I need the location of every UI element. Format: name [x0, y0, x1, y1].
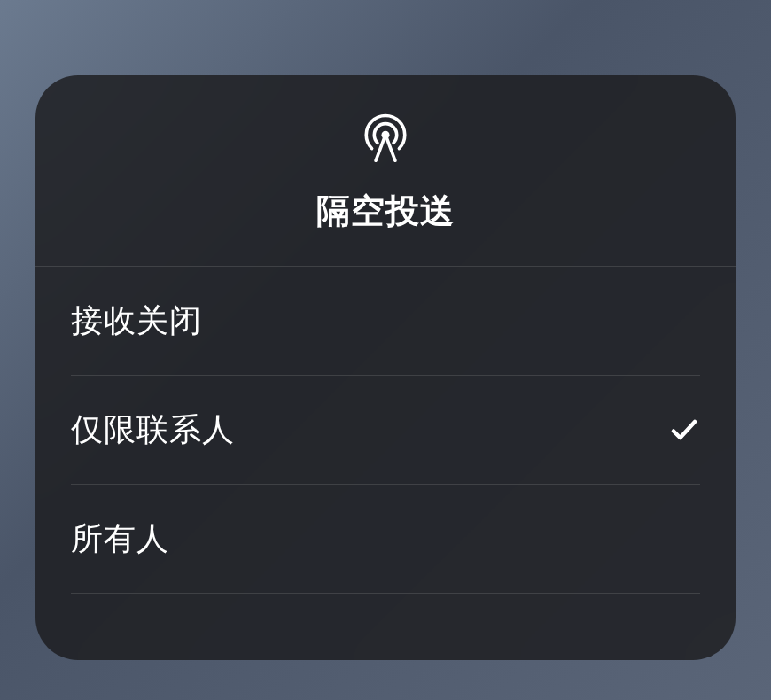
panel-header: 隔空投送: [35, 75, 736, 267]
option-label: 接收关闭: [71, 299, 202, 343]
option-receiving-off[interactable]: 接收关闭: [71, 267, 700, 376]
airdrop-settings-panel: 隔空投送 接收关闭 仅限联系人 所有人: [35, 75, 736, 660]
options-list: 接收关闭 仅限联系人 所有人: [35, 267, 736, 594]
option-everyone[interactable]: 所有人: [71, 485, 700, 594]
airdrop-icon: [360, 111, 411, 166]
option-label: 仅限联系人: [71, 408, 235, 452]
option-contacts-only[interactable]: 仅限联系人: [71, 376, 700, 485]
option-label: 所有人: [71, 517, 169, 561]
checkmark-icon: [668, 414, 700, 446]
panel-title: 隔空投送: [316, 189, 455, 234]
